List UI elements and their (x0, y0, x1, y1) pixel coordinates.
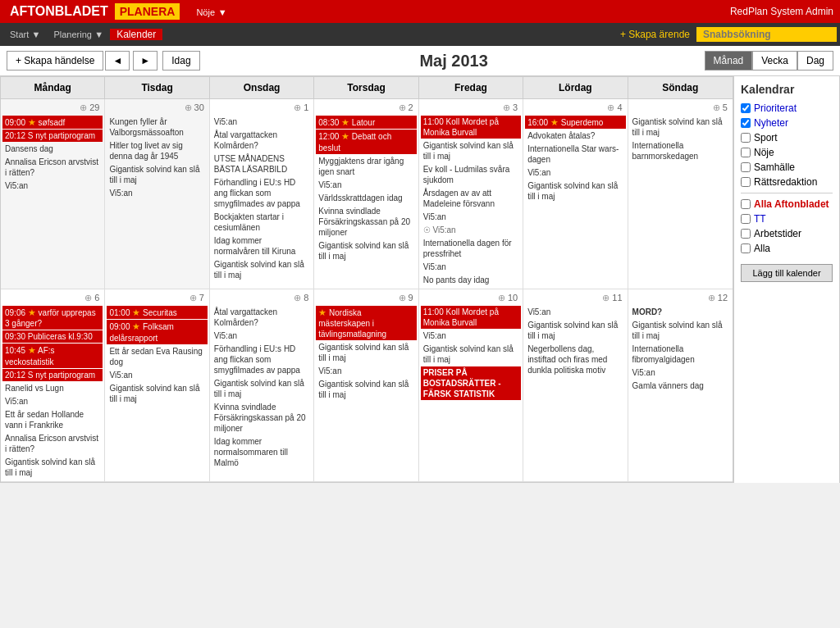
create-case-button[interactable]: + Skapa ärende (614, 29, 696, 40)
event[interactable]: Ranelid vs Lugn (2, 382, 103, 394)
nyheter-label[interactable]: Nyheter (754, 117, 788, 129)
add-event-icon[interactable]: ⊕ (80, 102, 87, 112)
event[interactable]: Negerbollens dag, instiftad och firas me… (525, 343, 625, 376)
event[interactable]: Världsskrattdagen idag (316, 192, 416, 204)
quick-search-input[interactable] (696, 27, 837, 42)
event[interactable]: Hitler tog livet av sig denna dag år 194… (107, 139, 207, 162)
event[interactable]: Internationella barnmorskedagen (630, 139, 731, 162)
add-event-icon[interactable]: ⊕ (294, 293, 301, 303)
add-event-icon[interactable]: ⊕ (399, 293, 406, 303)
event[interactable]: 20:12 S nyt partiprogram (2, 369, 103, 381)
event[interactable]: 09:00 ★ søfsadf (2, 116, 103, 129)
event[interactable]: MORD? (630, 306, 731, 318)
event[interactable]: PRISER PÅ BOSTADSRÄTTER - FÄRSK STATISTI… (421, 366, 521, 400)
event[interactable]: Åtal vargattacken Kolmården? (212, 129, 312, 152)
prev-button[interactable]: ◄ (105, 51, 130, 71)
rattsredaktion-label[interactable]: Rättsredaktion (754, 176, 817, 188)
event[interactable]: Annalisa Ericson arvstvist i rätten? (2, 432, 103, 455)
event[interactable]: Gigantisk solvind kan slå till i maj (421, 343, 521, 366)
sport-label[interactable]: Sport (754, 132, 778, 143)
event[interactable]: Vi5:an (630, 366, 731, 379)
samhalle-label[interactable]: Samhälle (754, 162, 795, 173)
event[interactable]: Gigantisk solvind kan slå till i maj (107, 382, 207, 405)
sport-checkbox[interactable] (741, 133, 751, 143)
add-event-icon[interactable]: ⊕ (399, 102, 406, 112)
event[interactable]: No pants day idag (421, 274, 521, 286)
event[interactable]: Vi5:an (107, 187, 207, 199)
event[interactable]: Vi5:an (107, 369, 207, 381)
event[interactable]: Årsdagen av av att Madeleine försvann (421, 187, 521, 210)
add-event-icon[interactable]: ⊕ (498, 293, 505, 303)
event[interactable]: Gigantisk solvind kan slå till i maj (630, 319, 731, 342)
event[interactable]: Gigantisk solvind kan slå till i maj (212, 377, 312, 400)
create-event-button[interactable]: + Skapa händelse (7, 51, 103, 71)
arbetstider-label[interactable]: Arbetstider (754, 228, 801, 239)
start-nav-item[interactable]: Start ▼ (3, 29, 47, 40)
event[interactable]: Annalisa Ericson arvstvist i rätten? (2, 156, 103, 179)
tt-label[interactable]: TT (754, 213, 766, 225)
event[interactable]: Ett år sedan Eva Rausing dog (107, 345, 207, 368)
event[interactable]: Gigantisk solvind kan slå till i maj (525, 180, 625, 203)
event[interactable]: Internationella Star wars-dagen (525, 143, 625, 166)
event[interactable]: 11:00 Koll Mordet på Monika Burvall (421, 306, 521, 329)
today-button[interactable]: Idag (162, 51, 199, 71)
nyheter-checkbox[interactable] (741, 118, 751, 128)
event[interactable]: Vi5:an (316, 365, 416, 377)
planering-nav-item[interactable]: Planering ▼ (47, 29, 110, 40)
add-event-icon[interactable]: ⊕ (185, 102, 192, 112)
next-button[interactable]: ► (133, 51, 158, 71)
event[interactable]: 09:30 Publiceras kl.9:30 (2, 330, 103, 343)
event[interactable]: Vi5:an (2, 180, 103, 192)
event[interactable]: Advokaten åtalas? (525, 130, 625, 142)
add-event-icon[interactable]: ⊕ (189, 293, 197, 303)
rattsredaktion-checkbox[interactable] (741, 177, 751, 187)
event[interactable]: Vi5:an (421, 330, 521, 342)
event[interactable]: Kvinna svindlade Försäkringskassan på 20… (316, 205, 416, 239)
samhalle-checkbox[interactable] (741, 162, 751, 172)
event[interactable]: Kvinna svindlade Försäkringskassan på 20… (212, 401, 312, 435)
event[interactable]: Internationella dagen för pressfrihet (421, 237, 521, 260)
event[interactable]: Gigantisk solvind kan slå till i maj (212, 258, 312, 281)
event[interactable]: UTSE MÅNADENS BÄSTA LÄSARBILD (212, 152, 312, 175)
alla-aftonbladet-checkbox[interactable] (741, 199, 751, 209)
prioriterat-checkbox[interactable] (741, 103, 751, 113)
event[interactable]: 12:00 ★ Debatt och beslut (316, 130, 416, 153)
event[interactable]: 08:30 ★ Latour (316, 116, 416, 129)
event[interactable]: Vi5:an (525, 166, 625, 179)
prioriterat-label[interactable]: Prioriterat (754, 102, 797, 114)
event[interactable]: Gigantisk solvind kan slå till i maj (316, 378, 416, 401)
event[interactable]: Vi5:an (525, 306, 625, 318)
event[interactable]: ★ Nordiska mästerskapen i tävlingsmatlag… (316, 306, 416, 340)
event[interactable]: Gigantisk solvind kan slå till i maj (421, 139, 521, 162)
noje-nav-item[interactable]: Nöje ▼ (189, 6, 233, 18)
alla-checkbox[interactable] (741, 243, 751, 253)
event[interactable]: Vi5:an (212, 330, 312, 342)
event[interactable]: Gigantisk solvind kan slå till i maj (525, 319, 625, 342)
event[interactable]: Gigantisk solvind kan slå till i maj (316, 341, 416, 364)
view-dag-button[interactable]: Dag (797, 51, 833, 71)
event[interactable]: Vi5:an (421, 211, 521, 223)
event[interactable]: Myggjaktens drar igång igen snart (316, 155, 416, 178)
event[interactable]: Gigantisk solvind kan slå till i maj (107, 163, 207, 186)
event[interactable]: Vi5:an (2, 395, 103, 407)
add-event-icon[interactable]: ⊕ (602, 293, 609, 303)
add-event-icon[interactable]: ⊕ (708, 293, 715, 303)
event[interactable]: Gamla vänners dag (630, 380, 731, 392)
add-event-icon[interactable]: ⊕ (503, 102, 510, 112)
event[interactable]: Åtal vargattacken Kolmården? (212, 306, 312, 329)
noje-label[interactable]: Nöje (754, 147, 774, 158)
event[interactable]: Gigantisk solvind kan slå till i maj (316, 239, 416, 262)
event[interactable]: Vi5:an (316, 179, 416, 191)
event[interactable]: Förhandling i EU:s HD ang flickan som sm… (212, 343, 312, 376)
add-calendar-button[interactable]: Lägg till kalender (741, 264, 833, 282)
event[interactable]: Ett år sedan Hollande vann i Frankrike (2, 408, 103, 431)
event[interactable]: Gigantisk solvind kan slå till i maj (2, 456, 103, 479)
add-event-icon[interactable]: ⊕ (607, 102, 614, 112)
add-event-icon[interactable]: ⊕ (84, 293, 92, 303)
alla-label[interactable]: Alla (754, 243, 770, 254)
add-event-icon[interactable]: ⊕ (713, 102, 720, 112)
event[interactable]: 09:00 ★ Folksam delårsrapport (107, 320, 207, 344)
event[interactable]: Idag kommer normalsommaren till Malmö (212, 435, 312, 469)
event[interactable]: Gigantisk solvind kan slå till i maj (630, 116, 731, 139)
event[interactable]: 01:00 ★ Securitas (107, 306, 207, 319)
